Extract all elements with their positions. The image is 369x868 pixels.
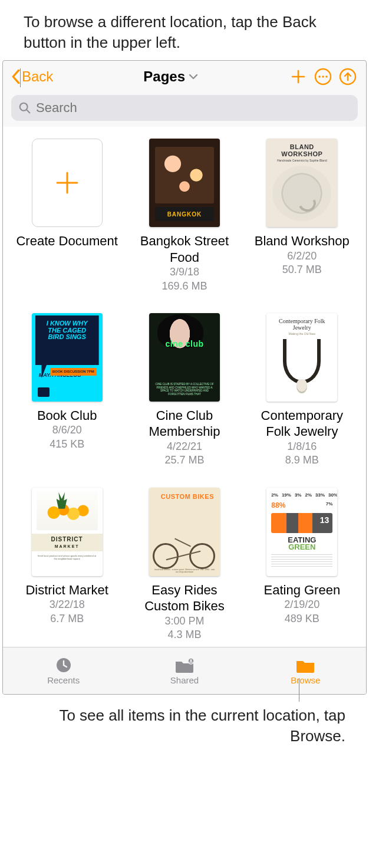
- document-title: Easy Rides Custom Bikes: [131, 582, 238, 614]
- upload-icon: [339, 68, 357, 86]
- shared-folder-icon: [173, 656, 196, 674]
- documents-grid: Create Document BANGKOK Bangkok Street F…: [3, 127, 366, 646]
- document-thumb: DISTRICTMARKET fresh local produce and a…: [32, 488, 103, 576]
- document-date: 4/22/21: [167, 440, 202, 453]
- document-date: 3:00 PM: [164, 614, 204, 628]
- document-thumb: BLAND WORKSHOP Handmade Ceramics by Soph…: [266, 139, 337, 227]
- document-thumb: cine club CINE CLUB IS STARTED BY A COLL…: [149, 313, 220, 402]
- toolbar: Back Pages: [3, 61, 366, 91]
- tab-bar: Recents Shared Browse: [3, 647, 366, 694]
- document-thumb: BANGKOK: [149, 139, 220, 227]
- document-item[interactable]: I KNOW WHY THE CAGED BIRD SINGS MAYA ANG…: [11, 313, 123, 468]
- callout-top-text: To browse a different location, tap the …: [24, 13, 317, 51]
- svg-point-9: [190, 659, 192, 660]
- back-label: Back: [22, 68, 53, 85]
- create-document-thumb: [32, 139, 103, 227]
- document-date: 3/9/18: [170, 265, 199, 279]
- document-thumb: I KNOW WHY THE CAGED BIRD SINGS MAYA ANG…: [32, 313, 103, 402]
- document-title: Book Club: [37, 407, 97, 424]
- app-window: Back Pages Create Document: [2, 60, 367, 694]
- document-size: 8.9 MB: [285, 453, 319, 467]
- more-button[interactable]: [313, 67, 333, 87]
- document-size: 50.7 MB: [282, 263, 322, 277]
- document-item[interactable]: DISTRICTMARKET fresh local produce and a…: [11, 488, 123, 642]
- tab-browse[interactable]: Browse: [245, 647, 366, 694]
- document-size: 489 KB: [285, 612, 319, 626]
- callout-leader: [20, 68, 21, 87]
- document-thumb: Contemporary Folk Jewelry Making the Old…: [266, 313, 337, 402]
- create-document-button[interactable]: Create Document: [11, 139, 123, 293]
- folder-icon: [294, 656, 317, 674]
- callout-top: To browse a different location, tap the …: [0, 0, 369, 53]
- svg-line-6: [27, 110, 29, 113]
- chevron-down-icon: [189, 73, 198, 80]
- back-button[interactable]: Back: [11, 68, 53, 85]
- tab-shared[interactable]: Shared: [124, 647, 245, 694]
- tab-label: Shared: [170, 675, 199, 685]
- tab-recents[interactable]: Recents: [3, 647, 124, 694]
- plus-icon: [54, 169, 81, 196]
- document-item[interactable]: 2% 19% 3% 2% 33% 30% 88% 7% 13 EATINGGRE…: [246, 488, 358, 642]
- document-size: 6.7 MB: [50, 612, 84, 626]
- location-title: Pages: [143, 68, 185, 85]
- document-date: 3/22/18: [50, 598, 85, 611]
- document-title: Eating Green: [264, 582, 341, 599]
- document-thumb: CUSTOM BIKES hand built frames · custom …: [149, 488, 220, 576]
- document-item[interactable]: BLAND WORKSHOP Handmade Ceramics by Soph…: [246, 139, 358, 293]
- document-size: 25.7 MB: [164, 453, 204, 467]
- add-button[interactable]: [288, 67, 308, 87]
- chevron-left-icon: [11, 70, 21, 84]
- location-title-button[interactable]: Pages: [143, 68, 198, 85]
- search-field[interactable]: [11, 95, 358, 121]
- document-item[interactable]: BANGKOK Bangkok Street Food 3/9/18 169.6…: [129, 139, 240, 293]
- tab-label: Browse: [291, 675, 320, 685]
- tab-label: Recents: [47, 675, 80, 685]
- svg-point-1: [318, 75, 321, 78]
- document-item[interactable]: cine club CINE CLUB IS STARTED BY A COLL…: [129, 313, 240, 468]
- more-icon: [314, 68, 332, 86]
- document-title: District Market: [25, 582, 108, 599]
- clock-icon: [52, 656, 75, 674]
- document-item[interactable]: Contemporary Folk Jewelry Making the Old…: [246, 313, 358, 468]
- callout-bottom-text: To see all items in the current location…: [59, 706, 345, 745]
- callout-leader: [299, 678, 299, 702]
- upload-button[interactable]: [338, 67, 358, 87]
- create-document-label: Create Document: [16, 233, 117, 249]
- document-size: 169.6 MB: [162, 280, 207, 293]
- svg-point-3: [325, 75, 328, 78]
- document-title: Contemporary Folk Jewelry: [249, 407, 355, 440]
- callout-bottom: To see all items in the current location…: [0, 695, 369, 764]
- document-size: 415 KB: [50, 438, 84, 451]
- search-input[interactable]: [36, 100, 351, 116]
- document-date: 1/8/16: [287, 440, 317, 453]
- document-title: Cine Club Membership: [131, 407, 238, 440]
- search-icon: [18, 101, 31, 114]
- plus-icon: [290, 68, 307, 85]
- document-item[interactable]: CUSTOM BIKES hand built frames · custom …: [129, 488, 240, 642]
- document-thumb: 2% 19% 3% 2% 33% 30% 88% 7% 13 EATINGGRE…: [266, 488, 337, 576]
- document-date: 6/2/20: [287, 249, 317, 263]
- svg-point-2: [322, 75, 324, 78]
- document-date: 2/19/20: [284, 598, 319, 611]
- document-title: Bangkok Street Food: [131, 233, 238, 265]
- document-size: 4.3 MB: [167, 628, 201, 642]
- document-title: Bland Workshop: [255, 233, 350, 249]
- document-date: 8/6/20: [52, 423, 82, 437]
